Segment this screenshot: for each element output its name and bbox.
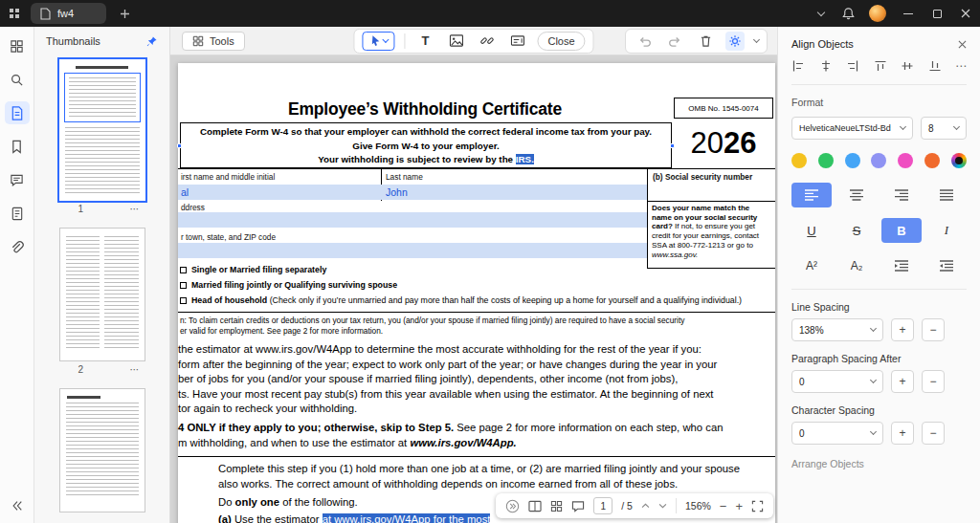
character-spacing-select[interactable]: 0	[791, 422, 883, 445]
notification-bell-icon[interactable]	[835, 7, 861, 21]
text-align-right-button[interactable]	[881, 183, 922, 207]
zoom-level[interactable]: 156%	[685, 500, 711, 512]
gear-icon[interactable]	[725, 32, 745, 51]
align-left-icon[interactable]	[791, 59, 805, 73]
reader-view-icon[interactable]	[528, 500, 542, 512]
fit-page-icon[interactable]	[751, 500, 764, 512]
indent-decrease-button[interactable]	[881, 253, 922, 278]
thumbnail-page-2-preview[interactable]	[59, 228, 145, 361]
line-spacing-decrease-button[interactable]: −	[922, 318, 945, 341]
align-top-icon[interactable]	[874, 59, 887, 73]
comment-view-icon[interactable]	[571, 500, 585, 512]
panel-grid-icon[interactable]	[5, 34, 30, 57]
document-canvas[interactable]: Employee’s Withholding Certificate OMB N…	[170, 55, 777, 523]
align-right-icon[interactable]	[846, 59, 859, 73]
name-field-row[interactable]	[178, 185, 647, 200]
paragraph-spacing-increase-button[interactable]: +	[891, 370, 914, 393]
add-image-tool-icon[interactable]	[445, 32, 466, 51]
new-tab-button[interactable]	[120, 9, 137, 19]
character-spacing-decrease-button[interactable]: −	[922, 422, 945, 445]
page-grid-icon[interactable]	[550, 500, 563, 512]
add-link-tool-icon[interactable]	[476, 32, 497, 51]
thumbnail-page-2[interactable]: 2 ⋯	[59, 228, 145, 375]
indent-increase-button[interactable]	[926, 253, 967, 278]
italic-button[interactable]: I	[926, 218, 967, 243]
tools-button[interactable]: Tools	[182, 32, 245, 51]
next-page-icon[interactable]	[658, 503, 667, 509]
zoom-in-button[interactable]: +	[735, 499, 743, 513]
address-field[interactable]	[178, 212, 647, 228]
align-bottom-icon[interactable]	[928, 59, 942, 73]
comment-icon[interactable]	[5, 168, 30, 191]
checkbox-head-of-household[interactable]	[180, 297, 187, 304]
font-family-select[interactable]: HelveticaNeueLTStd-Bd	[791, 117, 913, 140]
pdf-page[interactable]: Employee’s Withholding Certificate OMB N…	[178, 63, 775, 523]
more-align-options-icon[interactable]: ⋯	[955, 59, 967, 73]
color-swatch-orange[interactable]	[924, 153, 940, 168]
thumbnail-page-1-preview[interactable]	[59, 59, 145, 201]
zoom-out-button[interactable]: −	[720, 499, 727, 513]
thumbnail-page-3-preview[interactable]	[59, 388, 145, 512]
paragraph-spacing-select[interactable]: 0	[791, 370, 883, 393]
bold-button[interactable]: B	[881, 218, 922, 243]
notes-icon[interactable]	[5, 202, 30, 225]
color-swatch-yellow[interactable]	[791, 153, 807, 168]
color-swatch-blue[interactable]	[845, 153, 860, 168]
text-align-left-button[interactable]	[791, 183, 832, 207]
color-swatch-pink[interactable]	[898, 153, 913, 168]
minimize-button[interactable]	[894, 0, 923, 27]
close-edit-mode-button[interactable]: Close	[537, 32, 585, 51]
close-panel-icon[interactable]	[958, 40, 967, 49]
add-text-tool-icon[interactable]: T	[414, 32, 435, 51]
superscript-button[interactable]: A²	[791, 253, 832, 278]
search-icon[interactable]	[5, 68, 30, 91]
thumbnails-panel-icon[interactable]	[5, 101, 30, 124]
line-spacing-increase-button[interactable]: +	[891, 318, 914, 341]
chevron-down-icon[interactable]	[808, 12, 835, 15]
text-align-center-button[interactable]	[836, 183, 877, 207]
text-justify-button[interactable]	[926, 183, 967, 207]
page-menu-icon[interactable]: ⋯	[130, 204, 140, 214]
form-instructions-box[interactable]: Complete Form W-4 so that your employer …	[180, 122, 672, 168]
line-spacing-select[interactable]: 138%	[791, 318, 883, 341]
app-menu-icon[interactable]	[0, 7, 29, 20]
previous-page-icon[interactable]	[641, 503, 650, 509]
checkbox-married-jointly[interactable]	[180, 282, 187, 289]
select-tool-button[interactable]	[362, 32, 394, 51]
form-field-tool-icon[interactable]	[506, 32, 527, 51]
color-picker-swatch[interactable]	[951, 153, 967, 168]
checkbox-single[interactable]	[180, 267, 187, 273]
color-swatch-purple[interactable]	[871, 153, 886, 168]
thumbnail-page-1[interactable]: 1 ⋯	[59, 59, 145, 214]
document-tab[interactable]: fw4	[31, 3, 106, 24]
last-name-value[interactable]: John	[386, 186, 408, 198]
selection-handle-left[interactable]	[177, 143, 182, 148]
character-spacing-increase-button[interactable]: +	[891, 422, 914, 445]
close-window-button[interactable]	[951, 0, 980, 27]
undo-icon[interactable]	[634, 32, 655, 51]
attachment-icon[interactable]	[5, 235, 30, 258]
color-swatch-green[interactable]	[818, 153, 834, 168]
font-size-select[interactable]: 8	[921, 117, 967, 140]
underline-button[interactable]: U	[791, 218, 832, 243]
paragraph-spacing-decrease-button[interactable]: −	[922, 370, 945, 393]
page-number-input[interactable]: 1	[593, 497, 612, 514]
chevron-down-icon[interactable]	[753, 35, 760, 42]
form-year: 2026	[674, 122, 773, 164]
subscript-button[interactable]: A₂	[836, 253, 877, 278]
thumbnail-page-3[interactable]	[59, 388, 145, 512]
user-avatar[interactable]	[869, 5, 886, 22]
city-field[interactable]	[178, 243, 647, 258]
delete-icon[interactable]	[695, 32, 716, 51]
pin-panel-icon[interactable]	[145, 35, 158, 48]
first-name-value[interactable]: al	[181, 186, 189, 198]
collapse-sidebar-icon[interactable]	[5, 494, 30, 517]
redo-icon[interactable]	[664, 32, 685, 51]
maximize-button[interactable]	[923, 0, 951, 27]
bookmark-icon[interactable]	[5, 135, 30, 158]
expand-bar-icon[interactable]	[505, 499, 520, 513]
align-middle-vertical-icon[interactable]	[901, 59, 914, 73]
align-center-horizontal-icon[interactable]	[819, 59, 833, 73]
page-menu-icon[interactable]: ⋯	[130, 364, 140, 375]
strikethrough-button[interactable]: S	[836, 218, 877, 243]
